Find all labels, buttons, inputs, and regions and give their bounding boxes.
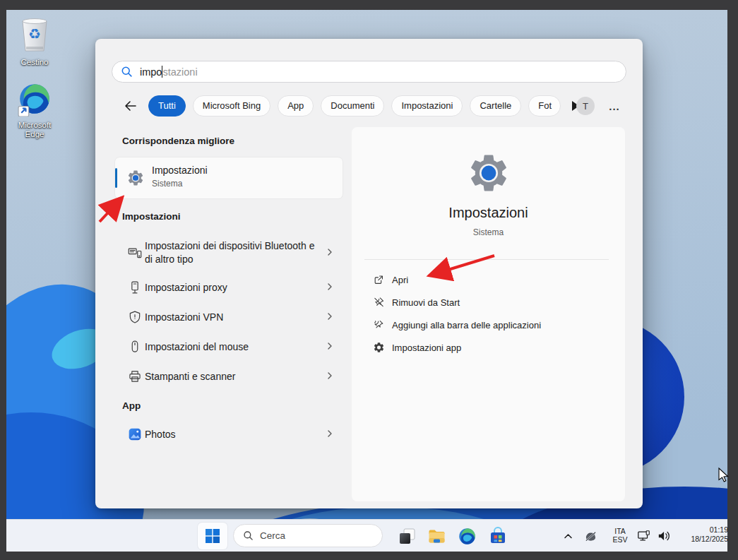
search-icon (121, 66, 133, 78)
result-label: Stampanti e scanner (145, 370, 235, 383)
result-label: Impostazioni dei dispositivi Bluetooth e… (145, 239, 319, 266)
account-avatar[interactable]: T (576, 97, 595, 115)
result-label: Impostazioni del mouse (145, 340, 249, 354)
photos-app-icon (128, 427, 142, 441)
search-filter-tabs: Tutti Microsoft Bing App Documenti Impos… (95, 95, 643, 117)
desktop-icon-label: Microsoft Edge (8, 121, 61, 139)
chevron-right-icon (326, 246, 334, 259)
tab-foto[interactable]: Fot (528, 95, 561, 117)
chevron-right-icon (326, 340, 334, 353)
file-explorer-button[interactable] (427, 526, 446, 546)
tab-tutti[interactable]: Tutti (148, 95, 186, 117)
settings-gear-icon (126, 169, 145, 190)
microsoft-store-icon (488, 526, 508, 546)
taskbar-search-placeholder: Cerca (260, 530, 285, 541)
tab-app[interactable]: App (278, 95, 314, 117)
chevron-right-icon (326, 281, 334, 294)
edge-taskbar-button[interactable] (457, 526, 477, 546)
best-match-title: Impostazioni (152, 165, 208, 176)
result-row-proxy[interactable]: Impostazioni proxy (115, 273, 343, 302)
chevron-right-icon (326, 311, 334, 323)
action-label: Aggiungi alla barra delle applicazioni (392, 320, 541, 330)
tab-microsoft-bing[interactable]: Microsoft Bing (193, 95, 270, 117)
tab-impostazioni[interactable]: Impostazioni (391, 95, 463, 117)
result-row-vpn[interactable]: Impostazioni VPN (115, 302, 343, 332)
tray-language-indicator[interactable]: ITA ESV (608, 527, 632, 545)
result-label: Impostazioni proxy (145, 281, 227, 294)
best-match-subtitle: Sistema (152, 179, 182, 189)
pin-icon (373, 319, 385, 331)
edge-icon (458, 527, 477, 546)
chevron-right-icon (326, 428, 334, 441)
task-view-icon (398, 528, 416, 545)
app-section-header: App (122, 400, 141, 411)
result-row-photos[interactable]: Photos (115, 419, 343, 449)
microsoft-store-button[interactable] (488, 526, 508, 546)
chevron-right-icon (326, 370, 334, 383)
settings-section-header: Impostazioni (122, 211, 181, 222)
svg-text:♻: ♻ (28, 25, 41, 42)
result-label: Photos (145, 428, 176, 441)
best-match-header: Corrispondenza migliore (122, 136, 234, 146)
desktop-icon-label: Cestino (8, 58, 61, 67)
more-options-icon[interactable]: ... (605, 97, 624, 115)
recycle-bin-icon: ♻ (18, 17, 51, 54)
back-button[interactable] (122, 97, 139, 114)
vpn-shield-icon (128, 310, 142, 324)
action-open[interactable]: Apri (352, 268, 625, 291)
best-match-result[interactable]: Impostazioni Sistema (115, 157, 343, 198)
desktop-icon-recycle-bin[interactable]: ♻ Cestino (8, 17, 61, 67)
settings-gear-icon-large (466, 150, 511, 198)
selection-accent-bar (115, 168, 117, 188)
mouse-icon (128, 340, 142, 354)
open-external-icon (373, 274, 385, 286)
file-explorer-icon (427, 527, 446, 546)
tray-volume[interactable] (656, 529, 673, 543)
search-input[interactable]: impo stazioni (112, 61, 626, 83)
result-row-printers[interactable]: Stampanti e scanner (115, 362, 343, 391)
chevron-up-icon (564, 532, 573, 541)
search-flyout-panel: impo stazioni Tutti Microsoft Bing App D… (95, 39, 643, 508)
printer-icon (128, 369, 142, 383)
action-pin-to-taskbar[interactable]: Aggiungi alla barra delle applicazioni (352, 314, 625, 336)
result-label: Impostazioni VPN (145, 311, 223, 324)
taskbar: Cerca (6, 519, 727, 552)
result-row-mouse[interactable]: Impostazioni del mouse (115, 332, 343, 362)
unpin-icon (373, 297, 385, 309)
language-code: ITA (608, 527, 632, 535)
tray-clock[interactable]: 01:19 18/12/2025 (676, 525, 728, 547)
speaker-icon (657, 530, 672, 542)
keyboard-layout-code: ESV (608, 535, 632, 544)
search-suggestion-text: stazioni (162, 66, 197, 78)
action-label: Apri (392, 275, 408, 285)
result-row-bluetooth-devices[interactable]: Impostazioni dei dispositivi Bluetooth e… (115, 233, 343, 273)
tray-no-internet[interactable] (583, 528, 598, 544)
clock-date: 18/12/2025 (676, 535, 728, 544)
action-unpin-from-start[interactable]: Rimuovi da Start (352, 291, 625, 314)
ethernet-network-icon (637, 529, 651, 543)
detail-subtitle: Sistema (352, 227, 625, 237)
tray-network[interactable] (636, 528, 653, 544)
detail-title: Impostazioni (352, 205, 625, 221)
action-label: Rimuovi da Start (392, 297, 460, 308)
tab-documenti[interactable]: Documenti (321, 95, 384, 117)
divider (364, 259, 609, 260)
clock-time: 01:19 (676, 525, 728, 535)
gear-icon (373, 342, 385, 354)
windows-logo-icon (205, 528, 220, 544)
search-typed-text: impo (140, 66, 162, 78)
action-app-settings[interactable]: Impostazioni app (352, 336, 625, 359)
taskbar-search-box[interactable]: Cerca (233, 524, 383, 547)
result-detail-card: Impostazioni Sistema Apri (352, 127, 625, 501)
tray-show-hidden-icons[interactable] (561, 530, 574, 542)
task-view-button[interactable] (397, 526, 417, 546)
globe-slash-icon (584, 530, 597, 543)
screen: ♻ Cestino Microsoft Edge impo stazioni (0, 0, 738, 560)
search-icon (243, 530, 254, 541)
tab-cartelle[interactable]: Cartelle (470, 95, 521, 117)
edge-icon (17, 81, 52, 117)
action-label: Impostazioni app (392, 342, 461, 353)
desktop-icon-microsoft-edge[interactable]: Microsoft Edge (8, 81, 61, 139)
proxy-icon (128, 280, 142, 294)
start-button[interactable] (198, 523, 227, 549)
